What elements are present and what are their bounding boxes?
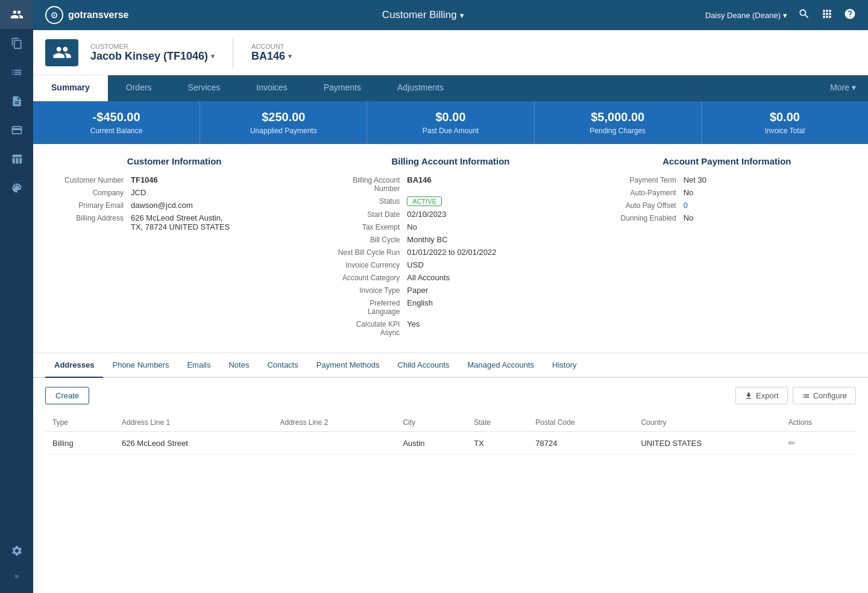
stat-current-balance-label: Current Balance [45,127,187,135]
bottom-tabs: Addresses Phone Numbers Emails Notes Con… [33,353,868,378]
main-tabs: Summary Orders Services Invoices Payment… [33,75,868,101]
cell-type: Billing [45,432,115,454]
info-key-email: Primary Email [45,201,124,210]
info-key-dunning-enabled: Dunning Enabled [598,213,676,222]
info-row-invoice-type: Invoice Type Paper [321,286,579,295]
tab-addresses[interactable]: Addresses [45,353,103,378]
stat-past-due-value: $0.00 [379,110,521,124]
info-row-billing-address: Billing Address 626 McLeod Street Austin… [45,213,303,231]
info-row-dunning-enabled: Dunning Enabled No [598,213,856,222]
tab-managed-accounts[interactable]: Managed Accounts [459,353,544,378]
page-title[interactable]: Customer Billing ▾ [382,9,464,21]
header-separator [233,37,233,67]
info-key-invoice-type: Invoice Type [321,286,400,295]
stat-past-due-label: Past Due Amount [379,127,521,135]
sidebar-item-settings[interactable] [0,536,33,565]
info-key-next-bill-cycle: Next Bill Cycle Run [321,248,400,257]
export-button[interactable]: Export [735,387,788,404]
tab-more[interactable]: More ▾ [818,75,868,101]
info-val-company: JCD [131,188,146,197]
tab-history[interactable]: History [543,353,585,378]
tab-summary[interactable]: Summary [33,75,108,101]
tab-notes[interactable]: Notes [219,353,258,378]
cell-address1: 626 McLeod Street [115,432,272,454]
tab-services[interactable]: Services [170,75,239,101]
info-key-billing-account: Billing AccountNumber [321,175,400,193]
stat-pending-charges: $5,000.00 Pending Charges [535,101,702,144]
sidebar-item-copy[interactable] [0,29,33,58]
sidebar-item-list[interactable] [0,58,33,87]
addresses-table: Type Address Line 1 Address Line 2 City … [45,413,856,454]
apps-icon[interactable] [821,8,833,23]
info-key-payment-term: Payment Term [598,175,676,184]
account-dropdown-arrow: ▾ [288,52,292,60]
info-row-calculate-kpi: Calculate KPIAsync Yes [321,319,579,337]
app-logo: ⊙ gotransverse [45,6,129,24]
info-key-auto-payment: Auto-Payment [598,188,676,197]
cell-address2 [272,432,395,454]
tab-orders[interactable]: Orders [108,75,170,101]
info-row-tax-exempt: Tax Exempt No [321,222,579,231]
cell-city: Austin [395,432,467,454]
info-val-email: dawson@jcd.com [131,201,193,210]
customer-info-title: Customer Information [45,156,303,166]
col-actions: Actions [781,413,856,432]
sidebar-item-file[interactable] [0,87,33,116]
configure-button[interactable]: Configure [793,387,856,404]
search-icon[interactable] [798,8,810,23]
info-key-calculate-kpi: Calculate KPIAsync [321,319,400,337]
info-key-preferred-language: PreferredLanguage [321,298,400,316]
info-val-billing-account: BA146 [407,175,431,184]
customer-name-button[interactable]: Jacob Kinsey (TF1046) ▾ [90,50,215,63]
payment-info-section: Account Payment Information Payment Term… [598,156,856,340]
sidebar: » [0,0,33,593]
stats-bar: -$450.00 Current Balance $250.00 Unappli… [33,101,868,144]
tab-adjustments[interactable]: Adjustments [379,75,462,101]
info-row-next-bill-cycle: Next Bill Cycle Run 01/01/2022 to 02/01/… [321,248,579,257]
tab-child-accounts[interactable]: Child Accounts [389,353,459,378]
create-button[interactable]: Create [45,387,89,404]
user-dropdown-arrow: ▾ [783,11,787,20]
info-key-billing-address: Billing Address [45,213,124,222]
sidebar-item-customers[interactable] [0,0,33,29]
sidebar-item-table[interactable] [0,145,33,174]
info-val-next-bill-cycle: 01/01/2022 to 02/01/2022 [407,248,496,257]
info-val-customer-number: TF1046 [131,175,158,184]
nav-right: Daisy Deane (Deane) ▾ [705,8,856,23]
customer-information-section: Customer Information Customer Number TF1… [45,156,303,340]
tab-payments[interactable]: Payments [306,75,379,101]
help-icon[interactable] [844,8,856,23]
sidebar-item-palette[interactable] [0,174,33,202]
cell-country: UNITED STATES [634,432,781,454]
col-state: State [467,413,528,432]
table-header: Type Address Line 1 Address Line 2 City … [45,413,856,432]
info-key-account-category: Account Category [321,273,400,282]
sidebar-expand-button[interactable]: » [0,565,33,587]
info-sections: Customer Information Customer Number TF1… [33,144,868,353]
stat-pending-value: $5,000.00 [547,110,689,124]
info-val-auto-payment: No [684,188,694,197]
tab-payment-methods[interactable]: Payment Methods [307,353,389,378]
stat-current-balance-value: -$450.00 [45,110,187,124]
tab-contacts[interactable]: Contacts [258,353,307,378]
tab-emails[interactable]: Emails [178,353,219,378]
stat-invoice-value: $0.00 [714,110,856,124]
stat-unapplied-value: $250.00 [212,110,354,124]
edit-address-icon[interactable]: ✏ [788,438,796,448]
col-address1: Address Line 1 [115,413,272,432]
info-val-auto-pay-offset: 0 [684,201,688,210]
info-row-bill-cycle: Bill Cycle Monthly BC [321,235,579,244]
info-key-customer-number: Customer Number [45,175,124,184]
account-name-button[interactable]: BA146 ▾ [251,50,292,63]
tab-invoices[interactable]: Invoices [238,75,305,101]
info-row-account-category: Account Category All Accounts [321,273,579,282]
tab-phone-numbers[interactable]: Phone Numbers [103,353,178,378]
addresses-table-area: Create Export Configure Type [33,378,868,463]
info-row-status: Status ACTIVE [321,196,579,206]
info-val-preferred-language: English [407,298,433,307]
main-area: ⊙ gotransverse Customer Billing ▾ Daisy … [33,0,868,593]
user-menu[interactable]: Daisy Deane (Deane) ▾ [705,11,787,20]
info-row-auto-payment: Auto-Payment No [598,188,856,197]
sidebar-item-payments[interactable] [0,116,33,145]
app-name: gotransverse [68,10,129,20]
